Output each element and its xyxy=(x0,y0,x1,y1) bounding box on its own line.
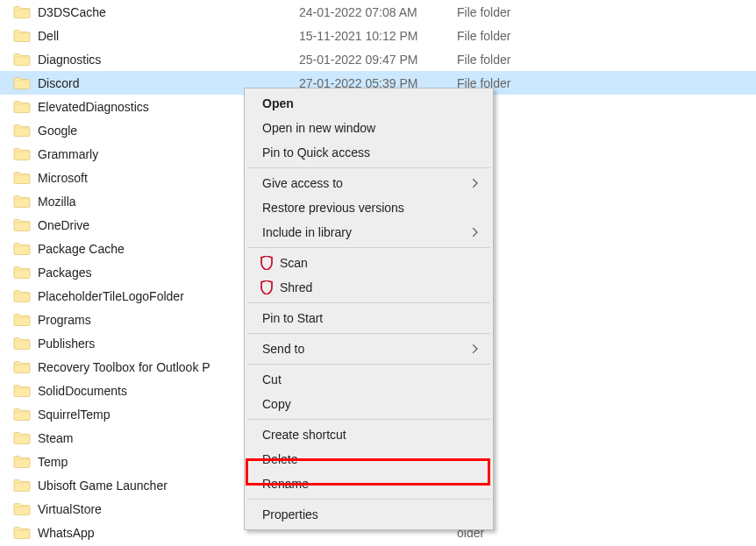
menu-label: Rename xyxy=(262,477,309,491)
menu-create-shortcut[interactable]: Create shortcut xyxy=(246,422,491,447)
menu-properties[interactable]: Properties xyxy=(246,502,491,527)
folder-icon xyxy=(13,266,31,280)
menu-separator xyxy=(247,419,490,420)
menu-scan[interactable]: Scan xyxy=(246,251,491,275)
menu-label: Shred xyxy=(280,280,312,294)
menu-label: Delete xyxy=(262,452,297,466)
file-type: File folder xyxy=(457,29,562,43)
menu-label: Pin to Start xyxy=(262,311,323,325)
menu-label: Copy xyxy=(262,397,291,411)
folder-icon xyxy=(13,337,31,351)
file-row[interactable]: Diagnostics25-01-2022 09:47 PMFile folde… xyxy=(0,47,756,71)
folder-icon xyxy=(13,195,31,209)
menu-give-access-to[interactable]: Give access to xyxy=(246,171,491,195)
file-date: 25-01-2022 09:47 PM xyxy=(299,53,457,67)
chevron-right-icon xyxy=(472,226,479,238)
file-type: File folder xyxy=(457,53,562,67)
menu-label: Scan xyxy=(280,256,308,270)
folder-icon xyxy=(13,455,31,469)
menu-include-library[interactable]: Include in library xyxy=(246,220,491,245)
menu-separator xyxy=(247,167,490,168)
file-row[interactable]: D3DSCache24-01-2022 07:08 AMFile folder xyxy=(0,0,756,24)
file-date: 15-11-2021 10:12 PM xyxy=(299,29,457,43)
context-menu: Open Open in new window Pin to Quick acc… xyxy=(244,88,494,530)
folder-icon xyxy=(13,124,31,138)
file-name: Diagnostics xyxy=(38,53,299,67)
folder-icon xyxy=(13,218,31,232)
folder-icon xyxy=(13,100,31,114)
menu-label: Open in new window xyxy=(262,121,375,135)
folder-icon xyxy=(13,53,31,67)
menu-rename[interactable]: Rename xyxy=(246,472,491,496)
folder-icon xyxy=(13,147,31,161)
menu-label: Cut xyxy=(262,372,282,386)
menu-restore-previous[interactable]: Restore previous versions xyxy=(246,195,491,220)
menu-label: Include in library xyxy=(262,225,352,239)
shield-icon xyxy=(259,255,275,271)
menu-separator xyxy=(247,364,490,365)
menu-open[interactable]: Open xyxy=(246,91,491,116)
menu-pin-start[interactable]: Pin to Start xyxy=(246,306,491,330)
file-row[interactable]: Dell15-11-2021 10:12 PMFile folder xyxy=(0,24,756,47)
menu-label: Restore previous versions xyxy=(262,201,404,215)
folder-icon xyxy=(13,502,31,516)
file-type: File folder xyxy=(457,5,562,19)
file-name: Dell xyxy=(38,29,299,43)
menu-label: Properties xyxy=(262,507,318,521)
menu-label: Give access to xyxy=(262,176,343,190)
folder-icon xyxy=(13,408,31,422)
menu-separator xyxy=(247,333,490,334)
folder-icon xyxy=(13,431,31,445)
chevron-right-icon xyxy=(472,177,479,189)
menu-cut[interactable]: Cut xyxy=(246,367,491,392)
folder-icon xyxy=(13,76,31,90)
menu-separator xyxy=(247,499,490,500)
chevron-right-icon xyxy=(472,343,479,355)
folder-icon xyxy=(13,5,31,19)
folder-icon xyxy=(13,313,31,327)
menu-shred[interactable]: Shred xyxy=(246,275,491,300)
menu-separator xyxy=(247,247,490,248)
folder-icon xyxy=(13,526,31,540)
menu-label: Open xyxy=(262,96,294,110)
folder-icon xyxy=(13,29,31,43)
menu-send-to[interactable]: Send to xyxy=(246,337,491,361)
folder-icon xyxy=(13,360,31,374)
file-date: 24-01-2022 07:08 AM xyxy=(299,5,457,19)
folder-icon xyxy=(13,479,31,493)
menu-label: Send to xyxy=(262,342,304,356)
shield-icon xyxy=(259,280,275,295)
menu-label: Create shortcut xyxy=(262,428,346,442)
folder-icon xyxy=(13,384,31,398)
menu-pin-quick-access[interactable]: Pin to Quick access xyxy=(246,140,491,165)
menu-label: Pin to Quick access xyxy=(262,145,370,160)
menu-copy[interactable]: Copy xyxy=(246,392,491,416)
folder-icon xyxy=(13,289,31,303)
folder-icon xyxy=(13,171,31,185)
menu-separator xyxy=(247,302,490,303)
menu-delete[interactable]: Delete xyxy=(246,447,491,472)
menu-open-new-window[interactable]: Open in new window xyxy=(246,116,491,140)
file-name: D3DSCache xyxy=(38,5,299,19)
folder-icon xyxy=(13,242,31,256)
